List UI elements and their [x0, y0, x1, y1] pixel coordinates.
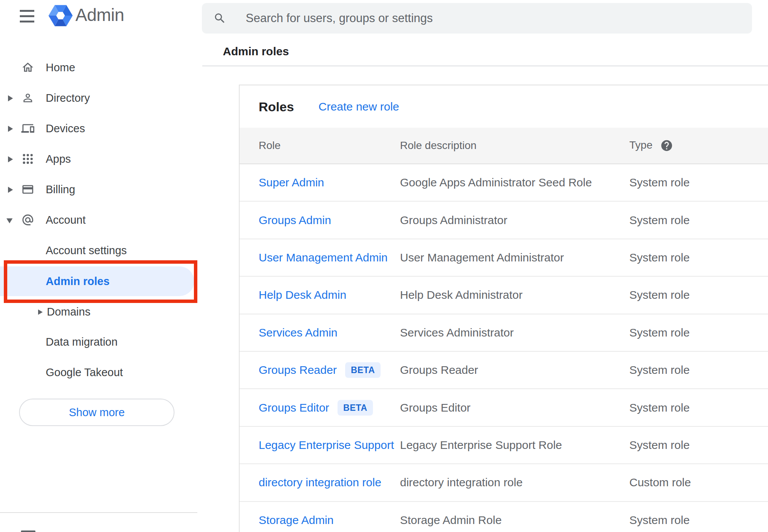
- chevron-right-icon: [8, 156, 13, 162]
- at-sign-icon: [21, 213, 34, 226]
- role-link[interactable]: Help Desk Admin: [259, 288, 346, 301]
- create-new-role-link[interactable]: Create new role: [318, 100, 399, 113]
- chevron-right-icon: [8, 126, 13, 132]
- role-link[interactable]: Groups Admin: [259, 214, 331, 226]
- sidebar-item-label: Billing: [46, 183, 75, 196]
- table-row: Services Admin Services Administrator Sy…: [240, 314, 768, 352]
- apps-grid-icon: [21, 152, 34, 165]
- credit-card-icon: [21, 183, 34, 196]
- role-link[interactable]: Groups Reader: [259, 364, 337, 376]
- role-description: Services Administrator: [400, 326, 514, 339]
- sidebar-item-account[interactable]: Account: [0, 205, 202, 235]
- role-link[interactable]: Services Admin: [259, 326, 338, 339]
- show-more-button[interactable]: Show more: [19, 399, 174, 426]
- search-icon: [213, 12, 226, 25]
- sidebar-item-account-settings[interactable]: Account settings: [0, 235, 202, 266]
- table-row: Storage Admin Storage Admin Role System …: [240, 502, 768, 532]
- sidebar-item-label: Account: [46, 214, 86, 226]
- header-divider: [202, 66, 768, 66]
- role-type: Custom role: [629, 476, 691, 489]
- beta-badge: BETA: [338, 400, 373, 415]
- sidebar-item-label: Home: [46, 61, 75, 74]
- roles-panel-header: Roles Create new role: [240, 85, 768, 128]
- role-type: System role: [629, 439, 690, 452]
- sidebar-item-label: Admin roles: [46, 275, 110, 288]
- sidebar-divider: [0, 512, 197, 513]
- column-header-role: Role: [259, 139, 281, 152]
- sidebar-item-label: Apps: [46, 153, 71, 165]
- chevron-right-icon: [8, 95, 13, 101]
- sidebar-item-label: Domains: [47, 306, 90, 318]
- panel-title: Roles: [259, 99, 294, 114]
- devices-icon: [21, 122, 34, 135]
- sidebar-item-apps[interactable]: Apps: [0, 144, 202, 174]
- role-type: System role: [629, 364, 690, 377]
- role-type: System role: [629, 401, 690, 414]
- column-header-description: Role description: [400, 139, 477, 152]
- role-type: System role: [629, 326, 690, 339]
- search-input[interactable]: Search for users, groups or settings: [202, 3, 752, 34]
- sidebar: Admin Home Directory Devices Apps: [0, 0, 202, 532]
- role-link[interactable]: Super Admin: [259, 176, 324, 189]
- sidebar-item-label: Account settings: [46, 244, 127, 257]
- sidebar-item-label: Data migration: [46, 336, 118, 348]
- role-type: System role: [629, 214, 690, 227]
- beta-badge: BETA: [345, 362, 381, 378]
- table-header-row: Role Role description Type: [240, 128, 768, 164]
- admin-logo-text: Admin: [75, 5, 124, 25]
- sidebar-item-admin-roles[interactable]: Admin roles: [0, 266, 194, 296]
- role-description: Help Desk Administrator: [400, 288, 523, 301]
- home-icon: [21, 61, 34, 74]
- table-row: Legacy Enterprise Support Legacy Enterpr…: [240, 427, 768, 464]
- table-row: directory integration role directory int…: [240, 464, 768, 502]
- role-type: System role: [629, 251, 690, 264]
- table-row: Groups Admin Groups Administrator System…: [240, 202, 768, 239]
- search-placeholder: Search for users, groups or settings: [246, 3, 433, 34]
- chevron-right-icon: [38, 309, 43, 315]
- breadcrumb: Admin roles: [223, 45, 289, 58]
- role-type: System role: [629, 288, 690, 301]
- sidebar-item-home[interactable]: Home: [0, 52, 202, 83]
- table-row: User Management Admin User Management Ad…: [240, 239, 768, 277]
- role-description: Storage Admin Role: [400, 514, 502, 527]
- chevron-right-icon: [8, 187, 13, 193]
- column-header-type: Type: [629, 139, 673, 152]
- role-description: Groups Reader: [400, 364, 478, 377]
- role-link[interactable]: Storage Admin: [259, 514, 334, 526]
- sidebar-item-google-takeout[interactable]: Google Takeout: [0, 357, 202, 388]
- role-type: System role: [629, 176, 690, 189]
- sidebar-item-domains[interactable]: Domains: [0, 296, 202, 327]
- admin-logo-icon: [48, 3, 73, 28]
- sidebar-item-label: Google Takeout: [46, 366, 123, 379]
- sidebar-item-data-migration[interactable]: Data migration: [0, 327, 202, 357]
- role-description: Legacy Enterprise Support Role: [400, 439, 562, 452]
- table-row: Groups ReaderBETA Groups Reader System r…: [240, 352, 768, 389]
- table-row: Groups EditorBETA Groups Editor System r…: [240, 389, 768, 426]
- role-description: User Management Administrator: [400, 251, 564, 264]
- sidebar-item-label: Devices: [46, 122, 85, 135]
- role-description: Google Apps Administrator Seed Role: [400, 176, 592, 189]
- role-description: Groups Administrator: [400, 214, 507, 227]
- sidebar-item-label: Directory: [46, 92, 90, 104]
- sidebar-item-directory[interactable]: Directory: [0, 83, 202, 113]
- role-link[interactable]: directory integration role: [259, 476, 381, 489]
- cutoff-bottom-icon: [21, 530, 35, 532]
- chevron-down-icon: [6, 218, 13, 223]
- role-link[interactable]: User Management Admin: [259, 251, 388, 264]
- sidebar-item-billing[interactable]: Billing: [0, 174, 202, 205]
- sidebar-item-devices[interactable]: Devices: [0, 113, 202, 144]
- person-icon: [21, 91, 34, 104]
- role-link[interactable]: Legacy Enterprise Support: [259, 439, 394, 451]
- help-icon[interactable]: [660, 139, 673, 152]
- roles-panel: Roles Create new role Role Role descript…: [239, 85, 768, 532]
- menu-hamburger-icon[interactable]: [20, 10, 34, 22]
- role-description: Groups Editor: [400, 401, 470, 414]
- role-type: System role: [629, 514, 690, 527]
- role-description: directory integration role: [400, 476, 523, 489]
- role-link[interactable]: Groups Editor: [259, 401, 329, 413]
- table-row: Help Desk Admin Help Desk Administrator …: [240, 277, 768, 314]
- table-row: Super Admin Google Apps Administrator Se…: [240, 164, 768, 202]
